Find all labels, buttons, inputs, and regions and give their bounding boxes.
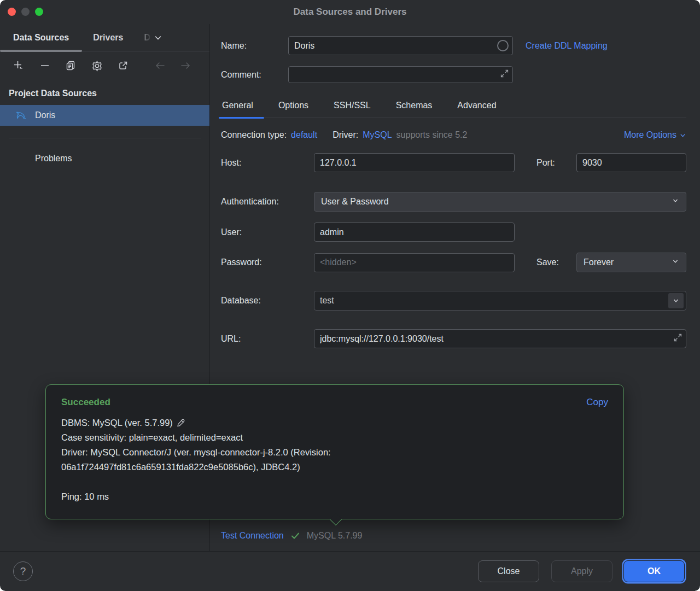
name-field-spinner-icon — [497, 40, 509, 51]
dialog-footer: ? Close Apply OK — [0, 551, 700, 591]
authentication-value: User & Password — [321, 197, 389, 207]
host-input[interactable] — [314, 153, 515, 172]
minimize-window-button[interactable] — [21, 8, 30, 16]
mysql-dolphin-icon — [15, 109, 27, 121]
driver-value-link[interactable]: MySQL — [363, 130, 392, 140]
tab-advanced[interactable]: Advanced — [456, 94, 497, 118]
success-check-icon — [290, 531, 300, 541]
name-row: Name: Create DDL Mapping — [221, 36, 686, 55]
popup-copy-link[interactable]: Copy — [586, 397, 608, 408]
help-button[interactable]: ? — [13, 561, 33, 581]
popup-case-sensitivity-line: Case sensitivity: plain=exact, delimited… — [61, 430, 422, 445]
comment-input[interactable] — [288, 66, 513, 83]
comment-label: Comment: — [221, 70, 288, 80]
close-button[interactable]: Close — [478, 560, 539, 582]
open-in-new-icon — [118, 60, 129, 71]
name-label: Name: — [221, 41, 288, 51]
database-row: Database: test — [221, 291, 686, 311]
sidebar-toolbar — [0, 51, 209, 80]
popup-status-text: Succeeded — [61, 397, 110, 408]
tab-ddl-mappings-truncated[interactable]: D — [134, 24, 153, 51]
database-dropdown-button[interactable] — [668, 293, 684, 308]
minus-icon — [39, 60, 50, 71]
data-source-label: Doris — [35, 110, 55, 120]
tab-data-sources[interactable]: Data Sources — [0, 24, 82, 51]
active-sidebar-tab-underline — [0, 50, 82, 52]
driver-label: Driver: — [332, 130, 358, 140]
data-sources-dialog: Data Sources and Drivers Data Sources Dr… — [0, 0, 700, 591]
question-mark-icon: ? — [20, 565, 26, 577]
tab-ssh-ssl[interactable]: SSH/SSL — [332, 94, 372, 118]
authentication-label: Authentication: — [221, 197, 314, 207]
chevron-down-icon — [672, 258, 679, 267]
arrow-right-icon — [179, 60, 191, 72]
user-input[interactable] — [314, 223, 515, 242]
password-label: Password: — [221, 258, 314, 267]
window-controls — [8, 8, 43, 16]
zoom-window-button[interactable] — [35, 8, 43, 16]
project-data-sources-header: Project Data Sources — [0, 80, 209, 105]
expand-url-icon[interactable] — [674, 333, 682, 344]
comment-row: Comment: — [221, 66, 686, 83]
copy-icon — [65, 60, 76, 71]
plus-icon — [13, 60, 25, 72]
tab-general[interactable]: General — [221, 94, 254, 118]
password-row: Password: Save: Forever — [221, 253, 686, 272]
host-row: Host: Port: — [221, 153, 686, 172]
driver-support-note: supports since 5.2 — [396, 130, 468, 140]
save-label: Save: — [536, 258, 559, 267]
remove-data-source-button[interactable] — [37, 58, 52, 73]
database-combobox[interactable]: test — [314, 291, 686, 311]
forward-button[interactable] — [178, 58, 193, 73]
edit-pencil-icon[interactable] — [176, 418, 185, 428]
tab-drivers[interactable]: Drivers — [82, 24, 134, 51]
save-value: Forever — [584, 258, 614, 267]
port-label: Port: — [536, 158, 555, 168]
popup-header: Succeeded Copy — [61, 397, 608, 408]
sidebar-divider — [9, 138, 201, 138]
arrow-left-icon — [154, 60, 166, 72]
connection-type-row: Connection type: default Driver: MySQL s… — [221, 130, 686, 140]
more-options-link[interactable]: More Options — [624, 130, 676, 140]
create-ddl-mapping-link[interactable]: Create DDL Mapping — [526, 41, 608, 51]
ok-button[interactable]: OK — [623, 560, 685, 582]
url-label: URL: — [221, 334, 314, 344]
tab-overflow-chevron-icon[interactable] — [154, 33, 162, 42]
password-input[interactable] — [314, 253, 515, 272]
test-connection-result: MySQL 5.7.99 — [307, 531, 363, 541]
host-label: Host: — [221, 158, 314, 168]
expand-comment-icon[interactable] — [500, 69, 509, 80]
tab-schemas[interactable]: Schemas — [395, 94, 434, 118]
name-input[interactable] — [288, 36, 513, 55]
database-value: test — [320, 296, 334, 306]
test-connection-link[interactable]: Test Connection — [221, 531, 284, 541]
apply-button[interactable]: Apply — [551, 560, 612, 582]
history-nav — [153, 58, 193, 73]
chevron-down-icon — [672, 297, 680, 305]
url-input[interactable] — [314, 329, 686, 348]
test-connection-popup: Succeeded Copy DBMS: MySQL (ver. 5.7.99)… — [45, 384, 624, 519]
port-input[interactable] — [576, 153, 686, 172]
chevron-down-icon — [672, 197, 679, 207]
title-bar: Data Sources and Drivers — [0, 0, 700, 24]
data-source-item-doris[interactable]: Doris — [0, 105, 209, 126]
connection-type-value-link[interactable]: default — [291, 130, 317, 140]
settings-tabs: General Options SSH/SSL Schemas Advanced — [221, 94, 686, 118]
authentication-select[interactable]: User & Password — [314, 192, 686, 212]
tab-options[interactable]: Options — [277, 94, 310, 118]
problems-item[interactable]: Problems — [0, 154, 209, 163]
export-data-source-button[interactable] — [115, 58, 131, 73]
back-button[interactable] — [153, 58, 168, 73]
duplicate-data-source-button[interactable] — [63, 58, 79, 73]
data-source-properties-button[interactable] — [89, 58, 104, 73]
add-data-source-button[interactable] — [11, 58, 26, 73]
window-title: Data Sources and Drivers — [294, 7, 407, 17]
save-select[interactable]: Forever — [576, 253, 686, 272]
connection-type-label: Connection type: — [221, 130, 287, 140]
popup-ping-line: Ping: 10 ms — [61, 489, 422, 504]
url-row: URL: — [221, 329, 686, 348]
chevron-down-icon — [679, 132, 686, 139]
popup-driver-line: Driver: MySQL Connector/J (ver. mysql-co… — [61, 445, 422, 475]
database-label: Database: — [221, 296, 314, 306]
close-window-button[interactable] — [8, 8, 16, 16]
